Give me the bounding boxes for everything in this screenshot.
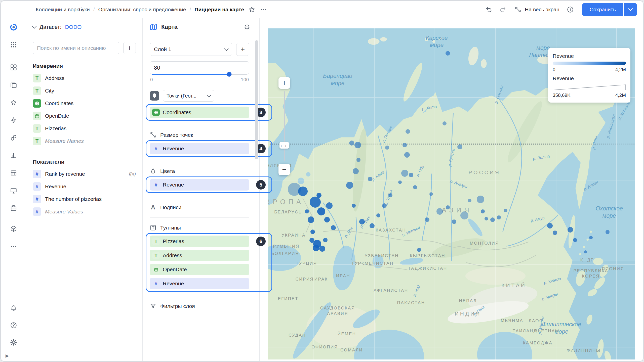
save-menu-button[interactable]	[624, 3, 637, 16]
map-bubble[interactable]	[547, 223, 553, 229]
bell-icon[interactable]	[7, 302, 20, 314]
map-bubble[interactable]	[324, 217, 330, 222]
ellipsis-icon[interactable]	[7, 240, 20, 252]
cube-icon[interactable]	[7, 223, 20, 235]
map-bubble[interactable]	[309, 238, 314, 243]
undo-icon[interactable]	[483, 4, 495, 15]
map-bubble[interactable]	[385, 146, 389, 150]
dataset-field[interactable]: #The number of pizzerias	[26, 193, 142, 205]
redo-icon[interactable]	[497, 4, 509, 15]
add-layer-button[interactable]: +	[236, 43, 249, 56]
dataset-field[interactable]: TCity	[26, 84, 142, 97]
more-actions-icon[interactable]	[258, 4, 269, 15]
opacity-slider[interactable]: 80	[150, 61, 249, 74]
favorite-star-icon[interactable]	[246, 4, 258, 15]
zoom-out-button[interactable]: −	[278, 164, 290, 175]
dataset-field[interactable]: Coordinates	[26, 97, 142, 110]
layers-icon[interactable]	[7, 79, 20, 91]
field-chip-coordinates[interactable]: Coordinates	[150, 107, 249, 118]
field-chip-pizzerias[interactable]: TPizzerias	[150, 236, 249, 247]
map-bubble[interactable]	[490, 217, 495, 222]
dataset-field[interactable]: TPizzerias	[26, 122, 142, 135]
map-bubble[interactable]	[425, 217, 429, 222]
gear-icon[interactable]	[7, 336, 20, 348]
dataset-field[interactable]: TAddress	[26, 72, 142, 84]
monitor-icon[interactable]	[7, 185, 20, 197]
star-icon[interactable]	[7, 97, 20, 109]
storage-box-icon[interactable]	[7, 202, 20, 214]
map-bubble[interactable]	[504, 209, 507, 212]
dataset-name-link[interactable]: DODO	[65, 24, 82, 30]
map-bubble[interactable]	[313, 245, 319, 251]
layer-select[interactable]: Слой 1	[150, 43, 232, 56]
map-bubble[interactable]	[417, 248, 421, 252]
map-bubble[interactable]	[310, 197, 321, 208]
add-field-button[interactable]: +	[123, 42, 136, 54]
apps-grid-icon[interactable]	[7, 39, 20, 51]
info-icon[interactable]	[565, 4, 576, 15]
map-bubble[interactable]	[323, 238, 328, 242]
map-bubble[interactable]	[584, 250, 587, 253]
map-bubble[interactable]	[326, 202, 333, 209]
field-chip-address[interactable]: TAddress	[150, 250, 249, 261]
map-bubble[interactable]	[388, 193, 392, 197]
map-bubble[interactable]	[452, 219, 456, 224]
map-bubble[interactable]	[436, 208, 443, 215]
rings-icon[interactable]	[7, 132, 20, 144]
datalens-logo-icon[interactable]	[7, 21, 20, 33]
map-bubble[interactable]	[354, 142, 361, 148]
map-bubble[interactable]	[401, 170, 408, 177]
dataset-field[interactable]: OpenDate	[26, 110, 142, 122]
breadcrumb-collections[interactable]: Коллекции и воркбуки	[36, 7, 90, 13]
field-chip-revenue[interactable]: #Revenue	[150, 278, 249, 289]
dataset-field[interactable]: #Revenue	[26, 180, 142, 193]
map-bubble[interactable]	[497, 215, 501, 219]
field-chip-revenue[interactable]: #Revenue	[150, 143, 249, 154]
map-bubble[interactable]	[413, 185, 417, 189]
map-bubble[interactable]	[589, 236, 593, 239]
bar-chart-icon[interactable]	[7, 149, 20, 161]
zoom-in-button[interactable]: +	[278, 77, 290, 89]
map-bubble[interactable]	[457, 144, 462, 149]
map-bubble[interactable]	[468, 199, 471, 202]
map-bubble[interactable]	[398, 180, 402, 184]
map-bubble[interactable]	[310, 230, 315, 234]
map-bubble[interactable]	[316, 193, 321, 198]
fullscreen-button[interactable]: На весь экран	[511, 4, 562, 15]
map-bubble[interactable]	[429, 192, 433, 196]
map-bubble[interactable]	[368, 177, 372, 181]
opacity-knob[interactable]	[227, 72, 232, 77]
expand-arrow-icon[interactable]: ▶	[6, 353, 9, 358]
map-bubble[interactable]	[481, 209, 485, 213]
map-bubble[interactable]	[606, 230, 610, 234]
map-bubble[interactable]	[319, 246, 325, 252]
zoom-slider-track[interactable]	[284, 91, 285, 161]
map-bubble[interactable]	[460, 211, 468, 219]
map-bubble[interactable]	[404, 152, 410, 158]
map-bubble[interactable]	[382, 203, 387, 208]
breadcrumb-workbook[interactable]: Организации: спрос и предложение	[98, 7, 186, 13]
map-bubble[interactable]	[446, 51, 450, 56]
geotype-select[interactable]: Точки (Геот...	[163, 90, 214, 102]
dataset-field[interactable]: TMeasure Names	[26, 135, 142, 147]
map-bubble[interactable]	[317, 207, 325, 215]
field-chip-opendate[interactable]: OpenDate	[150, 264, 249, 275]
map-bubble[interactable]	[573, 238, 577, 242]
map-bubble[interactable]	[376, 213, 380, 217]
map-bubble[interactable]	[442, 121, 447, 125]
map-bubble[interactable]	[359, 219, 365, 224]
field-chip-revenue[interactable]: #Revenue	[150, 179, 249, 191]
zoom-slider-handle[interactable]: ⋮⋮⋮	[279, 142, 289, 149]
map-bubble[interactable]	[553, 231, 557, 235]
widgets-icon[interactable]	[7, 61, 20, 73]
map-bubble[interactable]	[305, 209, 309, 213]
chevron-down-icon[interactable]	[32, 24, 36, 28]
map-bubble[interactable]	[349, 141, 354, 146]
map-bubble[interactable]	[403, 143, 407, 147]
bolt-icon[interactable]	[7, 114, 20, 126]
map-bubble[interactable]	[406, 129, 410, 134]
map-bubble[interactable]	[485, 217, 488, 220]
map-bubble[interactable]	[568, 227, 573, 233]
map-bubble[interactable]	[409, 173, 413, 177]
map-bubble[interactable]	[352, 204, 356, 208]
